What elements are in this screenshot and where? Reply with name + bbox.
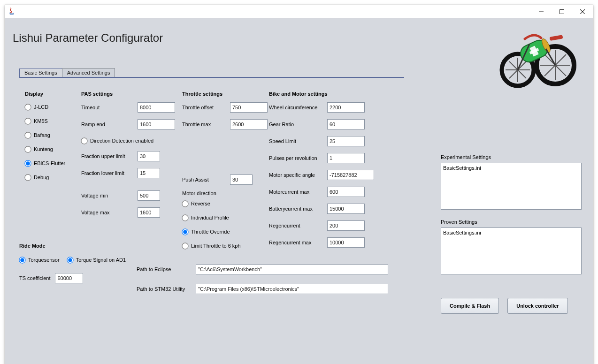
timeout-label: Timeout [81,105,138,110]
path-eclipse-label: Path to Eclipse [137,266,196,272]
tab-advanced-settings[interactable]: Advanced Settings [62,68,115,77]
close-button[interactable] [572,5,593,18]
direction-detect-label: Direction Detection enabled [90,138,153,144]
wheel-circ-label: Wheel circumference [269,105,327,110]
throttle-offset-label: Throttle offset [182,105,230,110]
proven-label: Proven Settings [441,219,582,225]
display-option-label: Debug [34,174,49,180]
gear-ratio-field[interactable] [327,119,365,129]
ramp-end-label: Ramp end [81,121,138,127]
display-radio-debug[interactable] [24,174,31,181]
regen-label: Regencurrent [269,223,327,228]
motor-cur-label: Motorcurrent max [269,189,327,195]
client-area: Lishui Parameter Configurator [5,18,593,364]
motor-dir-radio[interactable] [182,200,188,207]
ts-coef-field[interactable] [55,273,83,283]
ppr-field[interactable] [327,153,365,163]
java-icon [8,8,15,16]
motor-dir-option-label: Limit Throttle to 6 kph [191,243,241,249]
torque-ad1-label: Torque Signal on AD1 [76,257,126,263]
ppr-label: Pulses per revolution [269,155,327,161]
gear-ratio-label: Gear Ratio [269,121,327,127]
ride-mode-heading: Ride Mode [19,243,126,249]
push-assist-field[interactable] [230,174,253,185]
display-option-label: KM5S [34,118,48,124]
page-title: Lishui Parameter Configurator [13,31,583,45]
frac-upper-field[interactable] [138,151,160,161]
frac-upper-label: Fraction upper limit [81,153,138,159]
speed-limit-field[interactable] [327,136,365,146]
app-window: Lishui Parameter Configurator [5,5,593,364]
path-stm32-field[interactable] [196,284,388,294]
volt-max-field[interactable] [138,207,160,218]
regen-max-field[interactable] [327,237,365,248]
experimental-label: Experimental Settings [441,154,582,160]
frac-lower-field[interactable] [138,168,160,178]
throttle-max-field[interactable] [230,119,268,129]
motor-angle-field[interactable] [327,170,374,180]
frac-lower-label: Fraction lower limit [81,170,138,176]
bike-heading: Bike and Motor settings [269,91,396,97]
svg-rect-20 [549,35,563,41]
titlebar [5,5,593,18]
motor-dir-radio[interactable] [182,243,188,249]
motor-cur-field[interactable] [327,187,365,197]
volt-max-label: Voltage max [81,210,138,215]
path-stm32-label: Path to STM32 Utility [137,286,196,292]
batt-cur-label: Batterycurrent max [269,206,327,212]
volt-min-label: Voltage min [81,193,138,198]
throttle-heading: Throttle settings [182,91,274,97]
motor-dir-radio[interactable] [182,228,188,235]
proven-list[interactable]: BasicSettings.ini [441,228,582,274]
ramp-end-field[interactable] [138,119,175,129]
torque-ad1-radio[interactable] [67,257,73,263]
wheel-circ-field[interactable] [327,102,365,113]
display-option-label: EBiCS-Flutter [34,160,65,166]
direction-detect-radio[interactable] [81,137,87,144]
display-radio-j-lcd[interactable] [24,104,31,110]
unlock-controller-button[interactable]: Unlock controller [507,298,567,314]
ts-coef-label: TS coefficient [19,275,50,281]
motor-dir-radio[interactable] [182,214,188,221]
display-radio-ebics-flutter[interactable] [24,160,31,167]
display-radio-kunteng[interactable] [24,146,31,152]
volt-min-field[interactable] [138,190,160,201]
svg-rect-1 [560,9,564,14]
motor-direction-label: Motor direction [182,190,274,196]
minimize-button[interactable] [531,5,552,18]
tab-basic-settings[interactable]: Basic Settings [19,68,62,77]
regen-max-label: Regencurrent max [269,240,327,245]
torquesensor-label: Torquesensor [28,257,60,263]
list-item[interactable]: BasicSettings.ini [443,230,579,235]
display-heading: Display [25,91,86,97]
torquesensor-radio[interactable] [19,257,25,263]
motor-dir-option-label: Reverse [191,201,210,206]
display-radio-bafang[interactable] [24,132,31,138]
speed-limit-label: Speed Limit [269,138,327,144]
throttle-offset-field[interactable] [230,102,268,113]
timeout-field[interactable] [138,102,175,113]
compile-flash-button[interactable]: Compile & Flash [441,298,499,314]
display-option-label: Bafang [34,132,50,138]
motor-angle-label: Motor specific angle [269,172,327,178]
maximize-button[interactable] [552,5,572,18]
display-radio-km5s[interactable] [24,118,31,124]
experimental-list[interactable]: BasicSettings.ini [441,163,582,210]
batt-cur-field[interactable] [327,204,365,214]
path-eclipse-field[interactable] [196,264,388,274]
motor-dir-option-label: Individual Profile [191,215,229,220]
display-option-label: Kunteng [34,146,53,152]
pas-heading: PAS settings [81,91,184,97]
throttle-max-label: Throttle max [182,121,230,127]
display-option-label: J-LCD [34,104,48,110]
list-item[interactable]: BasicSettings.ini [443,165,579,171]
motor-dir-option-label: Throttle Override [191,229,230,235]
regen-field[interactable] [327,220,365,231]
push-assist-label: Push Assist [182,177,230,182]
